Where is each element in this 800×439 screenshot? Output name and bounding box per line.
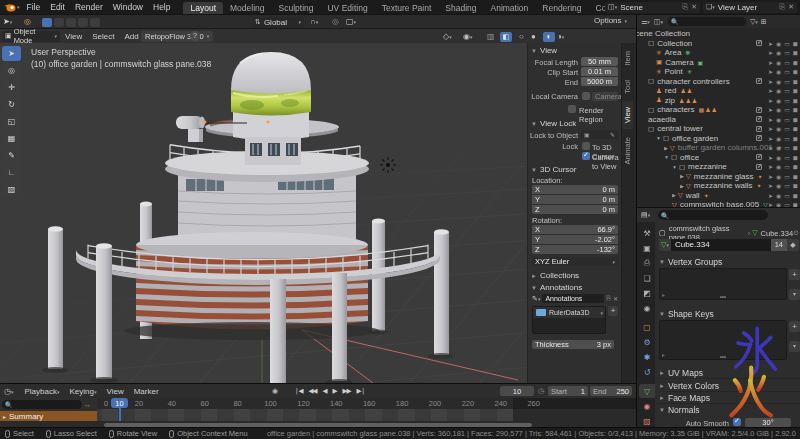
- expand-caret-icon[interactable]: ▼: [656, 135, 661, 141]
- hide-eye-icon[interactable]: ◉: [776, 125, 781, 132]
- scene-selector[interactable]: ◫ ▾ Scene ⎘ ✕: [605, 2, 700, 13]
- hide-eye-icon[interactable]: ◉: [776, 68, 781, 75]
- collections-header[interactable]: Collections: [540, 271, 579, 280]
- auto-smooth-checkbox[interactable]: [733, 418, 741, 426]
- disable-viewport-icon[interactable]: ▭: [784, 106, 790, 113]
- select-arrow-icon[interactable]: ➤: [768, 87, 773, 94]
- hide-eye-icon[interactable]: ◉: [776, 163, 781, 170]
- current-frame-field[interactable]: 10: [500, 386, 534, 396]
- disable-viewport-icon[interactable]: ▭: [784, 68, 790, 75]
- disable-render-icon[interactable]: ◼: [793, 106, 798, 113]
- select-arrow-icon[interactable]: ➤: [768, 135, 773, 142]
- outliner-search[interactable]: 🔍: [668, 17, 746, 26]
- disable-render-icon[interactable]: ◼: [793, 49, 798, 56]
- disable-render-icon[interactable]: ◼: [793, 59, 798, 66]
- select-mode-extend[interactable]: [54, 18, 64, 27]
- annotation-copy-icon[interactable]: ⎘: [606, 295, 611, 302]
- camera-to-view-checkbox[interactable]: [582, 152, 590, 160]
- shading-toggle[interactable]: ◧: [500, 32, 512, 42]
- disable-render-icon[interactable]: ◼: [793, 154, 798, 161]
- xray-icon[interactable]: ▥: [487, 32, 495, 41]
- current-frame-pill[interactable]: 10: [111, 398, 128, 408]
- select-arrow-icon[interactable]: ➤: [768, 173, 773, 180]
- outliner-row[interactable]: ▶▽mezzanine walls✦➤◉▭◼: [637, 181, 800, 191]
- outliner-row[interactable]: ▢central tower✓➤◉▭◼: [637, 124, 800, 134]
- disable-viewport-icon[interactable]: ▭: [784, 125, 790, 132]
- select-arrow-icon[interactable]: ➤: [768, 163, 773, 170]
- outliner-row[interactable]: ▼▢office✓➤◉▭◼: [637, 153, 800, 163]
- n-panel-tab-tool[interactable]: Tool: [622, 74, 633, 100]
- face-maps-header[interactable]: Face Maps: [668, 393, 710, 403]
- disable-viewport-icon[interactable]: ▭: [784, 97, 790, 104]
- select-arrow-icon[interactable]: ➤: [768, 182, 773, 189]
- outliner-row[interactable]: ♟zip♟♟♟➤◉▭◼: [637, 96, 800, 106]
- outliner-row[interactable]: ♟red♟♟➤◉▭◼: [637, 86, 800, 96]
- outliner-row[interactable]: ▼▢office garden✓➤◉▭◼: [637, 134, 800, 144]
- select-arrow-icon[interactable]: ➤: [768, 97, 773, 104]
- clip-end-field[interactable]: 5000 m: [581, 77, 618, 86]
- to-3d-cursor-checkbox[interactable]: [582, 142, 590, 150]
- annotation-datablock[interactable]: Annotations: [542, 294, 604, 303]
- channel-filter-icon[interactable]: ↔: [84, 401, 91, 408]
- shading-material-icon[interactable]: ◐: [543, 32, 555, 42]
- overlays-icon[interactable]: ◉▾: [463, 32, 473, 41]
- close-scene-icon[interactable]: ✕: [691, 3, 697, 11]
- local-camera-field[interactable]: Camera✕: [592, 92, 618, 101]
- annotations-header[interactable]: Annotations: [540, 283, 582, 292]
- disable-render-icon[interactable]: ◼: [793, 87, 798, 94]
- properties-tab-render[interactable]: ▣: [639, 241, 655, 255]
- properties-tab-material[interactable]: ◉: [639, 399, 655, 413]
- viewport-menu-view[interactable]: View: [60, 32, 87, 41]
- properties-tab-tool[interactable]: ⚒: [639, 226, 655, 240]
- focal-length-field[interactable]: 50 mm: [581, 57, 618, 66]
- outliner-row[interactable]: ▣Camera▣➤◉▭◼: [637, 58, 800, 68]
- hide-eye-icon[interactable]: ◉: [776, 192, 781, 199]
- outliner-row[interactable]: ▶▽wall✦➤◉▭◼: [637, 191, 800, 201]
- disable-render-icon[interactable]: ◼: [793, 116, 798, 123]
- expand-caret-icon[interactable]: ▶: [680, 183, 684, 189]
- collection-checkbox[interactable]: ✓: [756, 107, 762, 113]
- disable-render-icon[interactable]: ◼: [793, 135, 798, 142]
- properties-editor-icon[interactable]: ▤▾: [641, 211, 650, 219]
- vertex-groups-list[interactable]: ▸ ▬: [659, 268, 787, 300]
- mode-selector[interactable]: ▣ Object Mode ▾: [2, 31, 60, 42]
- cursor-rot-y[interactable]: Y-2.02°: [532, 235, 618, 244]
- play-reverse-button[interactable]: ◀: [319, 387, 329, 395]
- workspace-tab-modeling[interactable]: Modeling: [223, 2, 272, 14]
- select-arrow-icon[interactable]: ➤: [768, 49, 773, 56]
- shading-wireframe-icon[interactable]: ○: [519, 32, 524, 41]
- n-panel-tab-animate[interactable]: Animate: [622, 131, 633, 171]
- euler-dropdown[interactable]: XYZ Euler▾: [532, 257, 618, 266]
- hide-eye-icon[interactable]: ◉: [776, 87, 781, 94]
- vertex-colors-header[interactable]: Vertex Colors: [668, 381, 719, 391]
- add-layer-button[interactable]: +: [608, 306, 618, 316]
- hide-eye-icon[interactable]: ◉: [776, 49, 781, 56]
- disable-render-icon[interactable]: ◼: [793, 182, 798, 189]
- jump-to-end-button[interactable]: ▶❘: [353, 387, 367, 395]
- cursor-loc-z[interactable]: Z0 m: [532, 205, 618, 214]
- select-mode-subtract[interactable]: [66, 18, 76, 27]
- cursor-rot-z[interactable]: Z-132°: [532, 245, 618, 254]
- disable-render-icon[interactable]: ◼: [793, 192, 798, 199]
- collection-checkbox[interactable]: ✓: [756, 40, 762, 46]
- outliner-display-mode-icon[interactable]: ⚌▾: [641, 18, 650, 26]
- tool-rotate[interactable]: ↻: [2, 97, 21, 112]
- snap-icon[interactable]: ∩▾: [310, 17, 318, 26]
- jump-to-start-button[interactable]: ❘◀: [291, 387, 305, 395]
- tool-annotate[interactable]: ✎: [2, 148, 21, 163]
- tool-move[interactable]: ✛: [2, 80, 21, 95]
- workspace-tab-sculpting[interactable]: Sculpting: [272, 2, 321, 14]
- disable-viewport-icon[interactable]: ▭: [784, 87, 790, 94]
- timeline-editor-icon[interactable]: ◷▾: [4, 387, 14, 396]
- hide-eye-icon[interactable]: ◉: [776, 135, 781, 142]
- tweak-tool-icon[interactable]: ◎: [24, 17, 31, 26]
- expand-caret-icon[interactable]: ▼: [672, 164, 677, 170]
- disable-viewport-icon[interactable]: ▭: [784, 173, 790, 180]
- workspace-tab-animation[interactable]: Animation: [483, 2, 535, 14]
- workspace-tab-texture-paint[interactable]: Texture Paint: [375, 2, 439, 14]
- prev-keyframe-button[interactable]: ◀◀: [305, 387, 319, 395]
- disable-viewport-icon[interactable]: ▭: [784, 59, 790, 66]
- expand-caret-icon[interactable]: ▶: [664, 145, 668, 151]
- menu-render[interactable]: Render: [70, 2, 108, 12]
- properties-tab-output[interactable]: ⎙: [639, 256, 655, 270]
